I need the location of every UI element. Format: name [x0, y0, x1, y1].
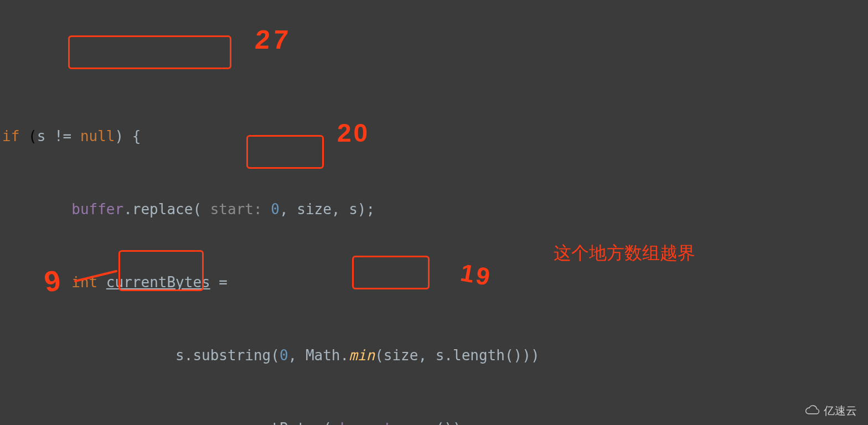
- watermark-badge: 亿速云: [803, 398, 857, 423]
- code-line: buffer.replace( start: 0, size, s);: [2, 197, 868, 221]
- highlight-line: [0, 319, 868, 343]
- cloud-icon: [803, 404, 822, 417]
- code-line: .getBytes(charset.name()): [2, 416, 868, 425]
- watermark-text: 亿速云: [824, 398, 857, 423]
- code-line: s.substring(0, Math.min(size, s.length()…: [2, 343, 868, 367]
- code-editor[interactable]: if (s != null) { buffer.replace( start: …: [0, 0, 868, 425]
- code-line: if (s != null) {: [2, 124, 868, 148]
- code-line: int currentBytes =: [2, 270, 868, 294]
